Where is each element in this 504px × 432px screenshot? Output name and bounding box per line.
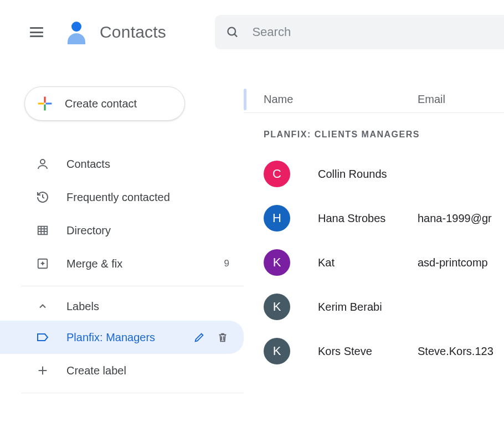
app-logo[interactable]: Contacts (62, 19, 166, 45)
svg-rect-4 (44, 105, 45, 111)
building-icon (35, 223, 50, 238)
avatar: K (264, 249, 290, 276)
sidebar-item-contacts[interactable]: Contacts (0, 147, 244, 181)
sidebar-item-directory[interactable]: Directory (0, 214, 244, 247)
sidebar-labels-header[interactable]: Labels (0, 292, 244, 321)
sidebar-item-label: Contacts (66, 158, 110, 171)
main-content: Name Email PLANFIX: CLIENTS MANAGERS CCo… (244, 64, 504, 432)
svg-line-2 (234, 34, 237, 37)
sidebar-item-merge-fix[interactable]: Merge & fix 9 (0, 247, 244, 280)
svg-rect-3 (44, 97, 45, 103)
column-header-name[interactable]: Name (264, 93, 418, 106)
chevron-up-icon (35, 299, 50, 313)
sidebar-label-planfix-managers[interactable]: Planfix: Managers (0, 321, 244, 354)
contact-email: hana-1999@gr (418, 212, 492, 225)
avatar: K (264, 338, 290, 364)
section-title: PLANFIX: CLIENTS MANAGERS (244, 113, 504, 152)
contact-row[interactable]: HHana Strobeshana-1999@gr (244, 196, 504, 240)
sidebar-item-label: Merge & fix (66, 258, 122, 270)
contact-row[interactable]: KKatasd-printcomp (244, 240, 504, 285)
delete-label-button[interactable] (216, 331, 229, 344)
svg-rect-5 (38, 102, 44, 104)
sidebar-item-label: Directory (66, 224, 111, 237)
table-header: Name Email (244, 86, 504, 113)
sidebar: Create contact Contacts (0, 64, 244, 432)
svg-rect-6 (46, 102, 52, 104)
divider (21, 286, 244, 286)
edit-label-button[interactable] (193, 331, 206, 344)
contact-name: Kors Steve (318, 345, 418, 358)
svg-rect-8 (38, 227, 48, 235)
avatar: H (264, 205, 290, 232)
create-contact-label: Create contact (65, 97, 137, 110)
svg-point-7 (40, 160, 45, 164)
svg-point-0 (71, 22, 81, 32)
search-bar[interactable] (215, 15, 504, 49)
contact-row[interactable]: KKors SteveSteve.Kors.123 (244, 329, 504, 373)
contacts-logo-icon (62, 19, 89, 45)
contact-email: asd-printcomp (418, 256, 488, 269)
contact-name: Collin Rounds (318, 168, 418, 181)
person-icon (35, 157, 50, 171)
avatar: K (264, 294, 290, 320)
label-icon (35, 330, 50, 344)
contact-name: Kerim Berabi (318, 301, 418, 313)
sidebar-labels-header-label: Labels (66, 300, 99, 313)
sidebar-item-frequently-contacted[interactable]: Frequently contacted (0, 181, 244, 214)
contact-row[interactable]: KKerim Berabi (244, 285, 504, 329)
app-title: Contacts (100, 23, 166, 42)
sidebar-create-label-text: Create label (66, 364, 126, 377)
sidebar-item-count: 9 (224, 258, 229, 269)
create-contact-button[interactable]: Create contact (24, 86, 185, 121)
contact-name: Kat (318, 256, 418, 269)
sidebar-create-label[interactable]: Create label (0, 354, 244, 387)
history-icon (35, 190, 50, 204)
sidebar-item-label: Frequently contacted (66, 191, 170, 204)
search-icon (226, 25, 239, 39)
main-menu-button[interactable] (25, 21, 48, 43)
avatar: C (264, 161, 290, 187)
column-header-email[interactable]: Email (418, 93, 445, 106)
contact-email: Steve.Kors.123 (418, 345, 493, 358)
sparkle-box-icon (35, 256, 50, 271)
divider (21, 393, 244, 393)
sidebar-label-text: Planfix: Managers (66, 331, 155, 344)
app-header: Contacts (0, 0, 504, 64)
plus-colored-icon (37, 96, 53, 111)
plus-icon (35, 363, 50, 378)
contact-name: Hana Strobes (318, 212, 418, 225)
search-input[interactable] (252, 25, 493, 39)
svg-point-1 (228, 28, 235, 35)
hamburger-icon (30, 27, 43, 37)
contact-row[interactable]: CCollin Rounds (244, 152, 504, 196)
